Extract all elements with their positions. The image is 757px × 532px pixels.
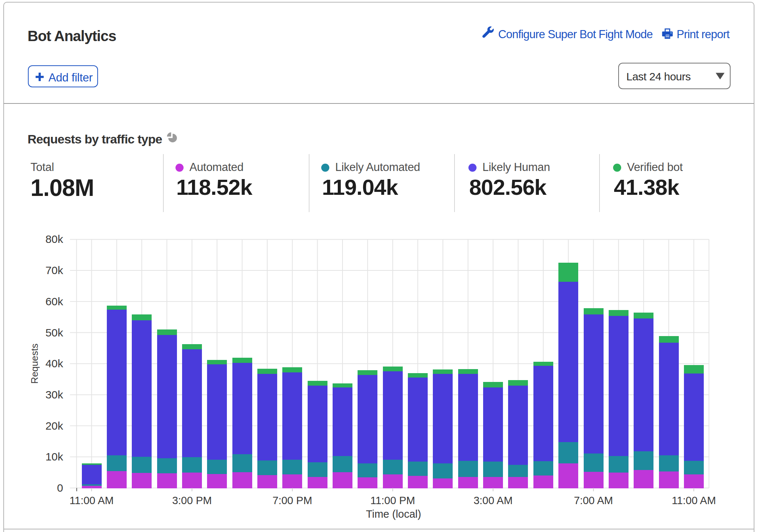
svg-text:7:00 PM: 7:00 PM: [272, 495, 312, 506]
svg-text:0: 0: [57, 482, 63, 494]
svg-text:20k: 20k: [46, 420, 64, 432]
svg-text:40k: 40k: [46, 357, 64, 369]
svg-text:11:00 PM: 11:00 PM: [370, 495, 415, 506]
svg-text:11:00 AM: 11:00 AM: [69, 495, 113, 506]
svg-text:10k: 10k: [46, 451, 64, 463]
svg-text:Time (local): Time (local): [366, 508, 421, 520]
svg-text:3:00 PM: 3:00 PM: [172, 495, 212, 506]
svg-text:30k: 30k: [46, 389, 64, 401]
svg-text:80k: 80k: [46, 233, 64, 245]
svg-text:Requests: Requests: [29, 343, 40, 384]
svg-text:60k: 60k: [46, 295, 64, 307]
svg-text:70k: 70k: [46, 264, 64, 276]
svg-text:7:00 AM: 7:00 AM: [574, 495, 613, 506]
svg-text:11:00 AM: 11:00 AM: [672, 495, 716, 506]
svg-text:50k: 50k: [46, 327, 64, 339]
svg-text:3:00 AM: 3:00 AM: [474, 495, 512, 506]
